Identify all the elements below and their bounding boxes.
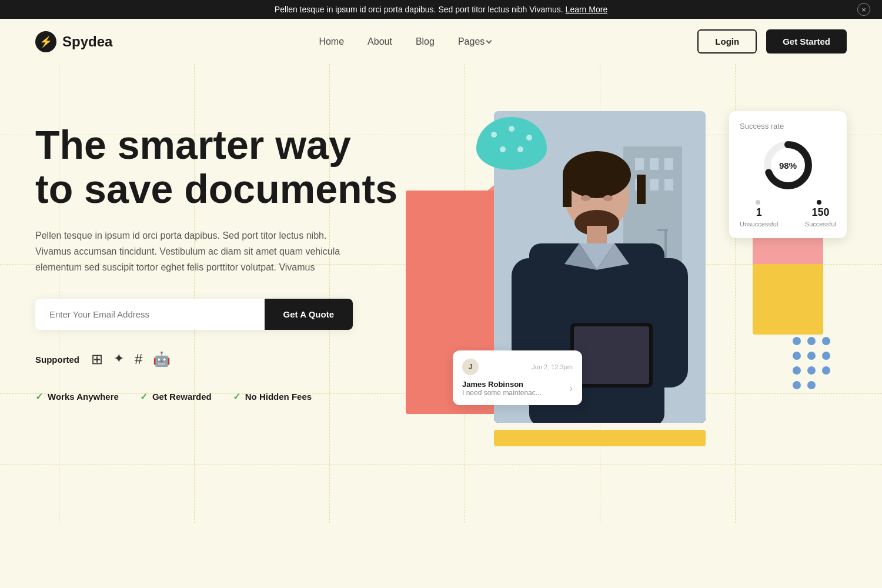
announcement-text: Pellen tesque in ipsum id orci porta dap… — [275, 5, 563, 14]
hero-section: The smarter way to save documents Pellen… — [0, 64, 882, 523]
check-icon: ✓ — [233, 391, 240, 402]
successful-count: 150 — [811, 206, 829, 219]
email-form: Get A Quote — [35, 299, 353, 330]
announcement-link[interactable]: Learn More — [566, 5, 608, 14]
chevron-right-icon: › — [569, 382, 573, 395]
nav-item-about[interactable]: About — [368, 36, 392, 47]
msg-time: Jun 2, 12:3pm — [532, 363, 573, 370]
logo-icon: ⚡ — [35, 31, 56, 52]
svg-point-28 — [509, 126, 514, 132]
nav-links: Home About Blog Pages — [319, 36, 491, 47]
success-card-title: Success rate — [740, 122, 836, 131]
unsuccessful-label: Unsuccessful — [740, 220, 778, 228]
lightning-icon: ⚡ — [39, 35, 52, 48]
nav-item-blog[interactable]: Blog — [416, 36, 435, 47]
nav-item-pages[interactable]: Pages — [458, 36, 491, 47]
nav-link-home[interactable]: Home — [319, 36, 344, 46]
msg-preview-text: I need some maintenac... — [462, 389, 542, 397]
deco-yellow-rect — [753, 264, 823, 335]
stat-dot-successful — [817, 200, 821, 205]
hero-subtitle: Pellen tesque in ipsum id orci porta dap… — [35, 228, 353, 276]
svg-point-15 — [581, 195, 590, 201]
successful-label: Successful — [805, 220, 836, 228]
deco-green-blob — [476, 117, 547, 170]
feature-no-hidden-fees: ✓ No Hidden Fees — [233, 391, 312, 402]
svg-point-41 — [793, 381, 801, 389]
dropbox-icon: ✦ — [113, 351, 124, 368]
grid-line — [0, 464, 882, 465]
svg-rect-10 — [657, 229, 668, 231]
svg-rect-13 — [563, 175, 572, 207]
svg-point-27 — [491, 132, 497, 138]
success-stats: 1 Unsuccessful 150 Successful — [740, 200, 836, 228]
nav-link-blog[interactable]: Blog — [416, 36, 435, 46]
svg-point-42 — [807, 381, 816, 389]
close-icon: × — [861, 5, 866, 14]
blob-dots — [476, 117, 547, 170]
svg-point-37 — [822, 352, 830, 360]
msg-body: James Robinson I need some maintenac... … — [462, 380, 573, 397]
svg-rect-14 — [637, 175, 646, 204]
hero-content: The smarter way to save documents Pellen… — [35, 99, 435, 402]
svg-rect-8 — [664, 179, 673, 191]
svg-rect-18 — [587, 226, 607, 243]
svg-point-40 — [822, 366, 830, 375]
svg-point-38 — [793, 366, 801, 375]
feature-label: No Hidden Fees — [245, 392, 312, 402]
email-input[interactable] — [35, 299, 265, 330]
nav-actions: Login Get Started — [697, 29, 847, 54]
logo[interactable]: ⚡ Spydea — [35, 31, 112, 52]
feature-label: Works Anywhere — [48, 392, 119, 402]
unsuccessful-count: 1 — [756, 206, 762, 219]
logo-name: Spydea — [62, 34, 112, 50]
msg-header: J Jun 2, 12:3pm — [462, 359, 573, 375]
nav-link-about[interactable]: About — [368, 36, 392, 46]
supported-label: Supported — [35, 355, 79, 365]
svg-point-32 — [793, 337, 801, 345]
dots-svg — [788, 332, 835, 391]
svg-point-33 — [807, 337, 816, 345]
message-card: J Jun 2, 12:3pm James Robinson I need so… — [453, 350, 582, 405]
svg-rect-3 — [635, 158, 644, 170]
deco-yellow-bar — [494, 430, 706, 446]
svg-point-12 — [563, 151, 631, 198]
svg-point-29 — [526, 135, 532, 141]
svg-rect-24 — [647, 258, 688, 387]
nav-item-home[interactable]: Home — [319, 36, 344, 47]
svg-rect-5 — [664, 158, 673, 170]
close-button[interactable]: × — [857, 3, 870, 16]
navbar: ⚡ Spydea Home About Blog Pages Login Get… — [0, 19, 882, 64]
svg-point-39 — [807, 366, 816, 375]
feature-label: Get Rewarded — [152, 392, 212, 402]
hero-visual: Success rate 98% 1 Unsuccessful — [435, 99, 847, 452]
windows-icon: ⊞ — [91, 351, 103, 368]
feature-works-anywhere: ✓ Works Anywhere — [35, 391, 119, 402]
svg-rect-7 — [650, 179, 659, 191]
svg-point-35 — [793, 352, 801, 360]
stat-successful: 150 Successful — [805, 200, 836, 228]
nav-link-pages[interactable]: Pages — [458, 36, 491, 47]
announcement-bar: Pellen tesque in ipsum id orci porta dap… — [0, 0, 882, 19]
supported-icons: ⊞ ✦ # 🤖 — [91, 351, 171, 368]
quote-button[interactable]: Get A Quote — [265, 299, 353, 330]
success-rate-card: Success rate 98% 1 Unsuccessful — [729, 111, 847, 238]
chevron-down-icon — [486, 38, 492, 44]
supported-row: Supported ⊞ ✦ # 🤖 — [35, 351, 435, 368]
svg-rect-26 — [574, 326, 649, 384]
stat-unsuccessful: 1 Unsuccessful — [740, 200, 778, 228]
feature-get-rewarded: ✓ Get Rewarded — [140, 391, 212, 402]
svg-point-16 — [603, 195, 613, 201]
msg-avatar: J — [462, 359, 479, 375]
svg-rect-4 — [650, 158, 659, 170]
msg-sender-name: James Robinson — [462, 380, 542, 389]
features-row: ✓ Works Anywhere ✓ Get Rewarded ✓ No Hid… — [35, 391, 435, 402]
svg-point-36 — [807, 352, 816, 360]
get-started-button[interactable]: Get Started — [766, 29, 847, 54]
stat-dot-unsuccessful — [756, 200, 760, 205]
svg-point-31 — [517, 146, 523, 152]
deco-dots-group — [788, 332, 835, 393]
check-icon: ✓ — [140, 391, 148, 402]
login-button[interactable]: Login — [697, 29, 757, 54]
hero-title: The smarter way to save documents — [35, 123, 435, 211]
donut-center-label: 98% — [779, 161, 797, 171]
